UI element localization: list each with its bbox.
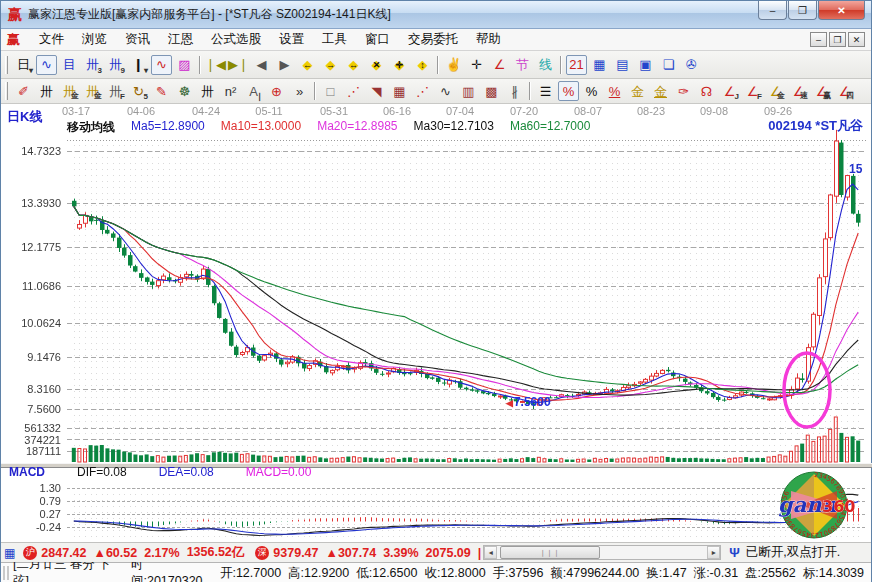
pan-right-icon[interactable]: ◆→ <box>320 55 341 75</box>
child-close-button[interactable]: ✕ <box>848 32 865 47</box>
n-square-icon[interactable]: n² <box>220 81 241 101</box>
angle-f-icon[interactable]: ∠F <box>742 81 763 101</box>
prev-bar-icon[interactable]: ◀ <box>251 55 272 75</box>
trend-brush-icon[interactable]: ✑ <box>673 81 694 101</box>
cycle-wheel-icon[interactable]: ☸ <box>174 81 195 101</box>
gold-ratio-v-icon[interactable]: 卅金 <box>82 81 103 101</box>
percent-line-icon[interactable]: % <box>604 81 625 101</box>
box-tool-icon[interactable]: □ <box>320 81 341 101</box>
menu-formula-select[interactable]: 公式选股 <box>202 29 270 50</box>
pen-tool-icon[interactable]: ✎ <box>151 81 172 101</box>
scroll-right-arrow[interactable]: ▸ <box>707 546 720 559</box>
sh-index-amount: 1356.52亿 <box>187 544 245 561</box>
trend-chart-icon[interactable]: ∿ <box>36 55 57 75</box>
ma30-value-label: Ma30=12.7103 <box>414 119 494 136</box>
grid-tool-2-icon[interactable]: ▥ <box>458 81 479 101</box>
menu-file[interactable]: 文件 <box>30 29 73 50</box>
last-page-icon[interactable]: ▶❘ <box>228 55 249 75</box>
more-tools-icon[interactable]: » <box>289 81 310 101</box>
child-minimize-button[interactable]: – <box>810 32 827 47</box>
wave-tool-icon[interactable]: ∿ <box>435 81 456 101</box>
system-tool-icon[interactable]: ✇ <box>681 55 702 75</box>
shanghai-index-icon: 沪 <box>23 546 37 560</box>
angle-j-icon[interactable]: ∠J <box>719 81 740 101</box>
maximize-button[interactable]: ❐ <box>788 1 817 20</box>
hatch-tool-icon[interactable]: ∦ <box>504 81 525 101</box>
first-page-icon[interactable]: ❘◀ <box>205 55 226 75</box>
percent-tool-icon[interactable]: % <box>581 81 602 101</box>
zoom-vertical-icon[interactable]: ◆↕ <box>412 55 433 75</box>
gann-hash-icon[interactable]: 卅 <box>36 81 57 101</box>
sz-index-amount: 2075.09 <box>426 546 471 560</box>
minimize-button[interactable]: – <box>758 1 787 20</box>
angle-gold-icon[interactable]: ∠金 <box>765 81 786 101</box>
f10-info-icon[interactable]: 目 <box>59 55 80 75</box>
crosshair-icon[interactable]: ✛ <box>466 55 487 75</box>
wave-a-icon[interactable]: ☊ <box>696 81 717 101</box>
gold-line-icon[interactable]: 金 <box>650 81 671 101</box>
memo-tool-icon[interactable]: ▤ <box>612 55 633 75</box>
gann-wave-active-icon[interactable]: ∿ <box>151 55 172 75</box>
menu-tools[interactable]: 工具 <box>313 29 356 50</box>
menu-window[interactable]: 窗口 <box>356 29 399 50</box>
pan-left-icon[interactable]: ◆← <box>297 55 318 75</box>
hash-plain-icon[interactable]: 卅 <box>197 81 218 101</box>
kline-period-dropdown-icon[interactable]: 日▾ <box>13 55 34 75</box>
toolbar-drag-handle[interactable] <box>5 82 8 100</box>
fan-lines-icon[interactable]: ⋰ <box>412 81 433 101</box>
angle-ying-icon[interactable]: ∠赢 <box>811 81 832 101</box>
drag-hand-icon[interactable]: ✌ <box>443 55 464 75</box>
connection-status-text[interactable]: 已断开,双点打开. <box>746 544 840 561</box>
line-tool-icon[interactable]: 线 <box>535 55 556 75</box>
ma5-value-label: Ma5=12.8900 <box>131 119 205 136</box>
price-axis-label: 10.0624 <box>1 317 61 329</box>
chart-3day-icon[interactable]: 卅3 <box>82 55 103 75</box>
next-bar-icon[interactable]: ▶ <box>274 55 295 75</box>
gann-grid-icon[interactable]: ▦ <box>389 81 410 101</box>
festival-tool-icon[interactable]: 节 <box>512 55 533 75</box>
zoom-horizontal-icon[interactable]: ◆↔ <box>343 55 364 75</box>
price-axis-label: 11.0686 <box>1 280 61 292</box>
grid-tool-3-icon[interactable]: ▩ <box>481 81 502 101</box>
menu-news[interactable]: 资讯 <box>116 29 159 50</box>
menu-trade[interactable]: 交易委托 <box>399 29 467 50</box>
toolbar-drag-handle[interactable] <box>5 56 8 74</box>
expand-chart-icon[interactable]: ◆✛ <box>389 55 410 75</box>
scrollbar-thumb[interactable]: ❘❘❘ <box>500 546 600 559</box>
export-tool-icon[interactable]: ❏ <box>658 55 679 75</box>
connection-antenna-icon: Ψ <box>729 545 740 560</box>
target-circle-icon[interactable]: ⊕ <box>266 81 287 101</box>
child-restore-button[interactable]: ❐ <box>829 32 846 47</box>
angle-speed-icon[interactable]: ∠速 <box>788 81 809 101</box>
gold-ratio-h-icon[interactable]: 卅金 <box>59 81 80 101</box>
calendar-tool-icon[interactable]: 21 <box>566 55 587 75</box>
spiral-tool-icon[interactable]: ↻5 <box>128 81 149 101</box>
close-button[interactable]: ✕ <box>818 1 865 20</box>
scroll-left-arrow[interactable]: ◂ <box>484 546 497 559</box>
angle-measure-icon[interactable]: ∠ <box>489 55 510 75</box>
quote-table-icon[interactable]: ▦ <box>4 546 15 560</box>
shrink-chart-icon[interactable]: ◆✕ <box>366 55 387 75</box>
menu-browse[interactable]: 浏览 <box>73 29 116 50</box>
gold-circle-icon[interactable]: 金 <box>627 81 648 101</box>
calculator-tool-icon[interactable]: ▦ <box>589 55 610 75</box>
menu-gann[interactable]: 江恩 <box>159 29 202 50</box>
title-bar[interactable]: 赢 赢家江恩专业版[赢家内部服务平台] - [*ST凡谷 SZ002194-14… <box>1 1 871 29</box>
fib-levels-icon[interactable]: 卅F <box>105 81 126 101</box>
menu-settings[interactable]: 设置 <box>270 29 313 50</box>
gann-fan-box-icon[interactable]: ◥ <box>366 81 387 101</box>
save-tool-icon[interactable]: ▣ <box>635 55 656 75</box>
menu-help[interactable]: 帮助 <box>467 29 510 50</box>
chart-9day-icon[interactable]: 卅9 <box>105 55 126 75</box>
candle-style-icon[interactable]: ❙▾ <box>128 55 149 75</box>
price-levels-icon[interactable]: ☰ <box>535 81 556 101</box>
status-bar: ▦ 沪 2847.42 ▲60.52 2.17% 1356.52亿 深 9379… <box>1 542 871 562</box>
volume-axis-label: 187111 <box>1 445 61 457</box>
horizontal-scrollbar[interactable]: ◂ ❘❘❘ ▸ <box>483 545 721 560</box>
a-channel-icon[interactable]: A❘ <box>243 81 264 101</box>
angle-four-icon[interactable]: ∠四 <box>834 81 855 101</box>
brush-tool-icon[interactable]: ✐ <box>13 81 34 101</box>
percent-retrace-icon[interactable]: % <box>558 81 579 101</box>
gann-fan-icon[interactable]: ⋰ <box>343 81 364 101</box>
color-chart-icon[interactable]: ▨ <box>174 55 195 75</box>
